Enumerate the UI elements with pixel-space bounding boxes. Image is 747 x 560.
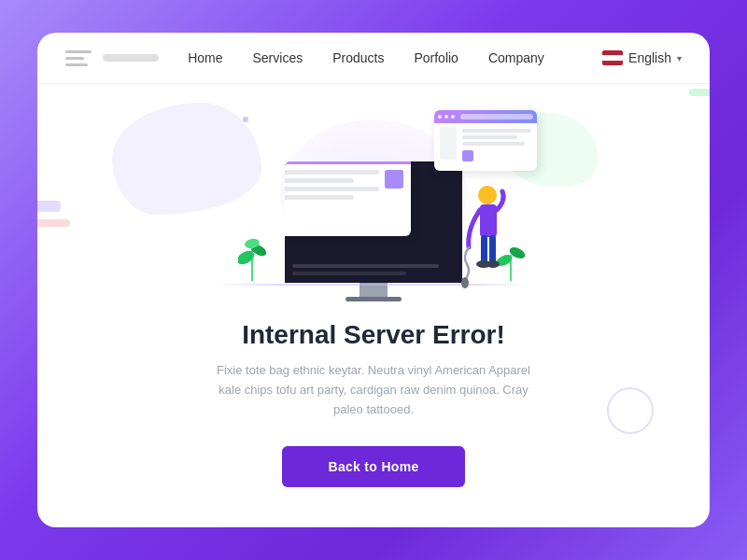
error-illustration bbox=[215, 105, 532, 301]
svg-rect-10 bbox=[489, 235, 496, 263]
nav-item-portfolio[interactable]: Porfolio bbox=[414, 49, 458, 66]
chevron-down-icon: ▾ bbox=[677, 53, 682, 63]
popup-window bbox=[434, 110, 537, 171]
plant-left bbox=[238, 230, 266, 285]
bg-blob-3 bbox=[607, 387, 654, 434]
monitor bbox=[285, 161, 462, 301]
back-to-home-button[interactable]: Back to Home bbox=[282, 446, 466, 487]
language-label: English bbox=[628, 50, 671, 65]
flag-icon bbox=[602, 50, 623, 65]
main-content: Internal Server Error! Fixie tote bag et… bbox=[37, 84, 710, 527]
svg-rect-9 bbox=[481, 235, 487, 263]
nav-item-company[interactable]: Company bbox=[488, 49, 544, 66]
nav-item-home[interactable]: Home bbox=[188, 49, 222, 66]
main-card: Home Services Products Porfolio Company … bbox=[37, 33, 710, 527]
svg-point-7 bbox=[478, 186, 497, 204]
monitor-base bbox=[345, 297, 402, 301]
error-title: Internal Server Error! bbox=[242, 320, 505, 350]
language-selector[interactable]: English ▾ bbox=[602, 50, 682, 65]
nav-links: Home Services Products Porfolio Company bbox=[188, 49, 544, 66]
person-illustration bbox=[458, 182, 504, 285]
monitor-screen bbox=[285, 161, 462, 283]
browser-window bbox=[285, 161, 411, 236]
logo-text bbox=[103, 54, 159, 62]
logo-icon bbox=[65, 50, 92, 66]
nav-item-services[interactable]: Services bbox=[252, 49, 303, 66]
svg-point-12 bbox=[486, 260, 500, 268]
svg-point-13 bbox=[461, 277, 469, 288]
svg-rect-8 bbox=[480, 204, 497, 237]
nav-item-products[interactable]: Products bbox=[332, 49, 384, 66]
error-description: Fixie tote bag ethnic keytar. Neutra vin… bbox=[205, 361, 542, 419]
navbar: Home Services Products Porfolio Company … bbox=[37, 33, 710, 84]
